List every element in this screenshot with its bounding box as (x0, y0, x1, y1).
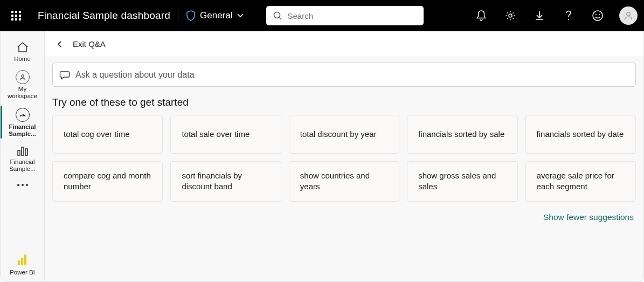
exit-qna-label[interactable]: Exit Q&A (73, 39, 106, 49)
person-icon (623, 10, 634, 21)
home-icon (16, 41, 29, 54)
suggestions-grid: total cog over time total sale over time… (52, 115, 636, 202)
suggestion-card[interactable]: show gross sales and sales (407, 161, 517, 202)
notifications-button[interactable] (469, 4, 493, 27)
svg-rect-11 (22, 147, 24, 155)
search-input[interactable] (288, 11, 417, 20)
app-launcher-button[interactable] (6, 6, 26, 25)
search-icon (273, 11, 282, 20)
suggestion-card[interactable]: total discount by year (289, 115, 399, 154)
download-button[interactable] (528, 4, 551, 27)
suggestion-card[interactable]: total cog over time (52, 115, 163, 154)
nav-bottom: Power BI (1, 250, 45, 281)
nav-powerbi-label: Power BI (10, 269, 35, 276)
feedback-button[interactable] (586, 4, 610, 27)
gauge-icon (16, 108, 30, 122)
nav-financial-sample-dashboard-label: FinancialSample... (9, 123, 36, 137)
help-icon (565, 10, 572, 21)
svg-point-3 (568, 19, 569, 20)
bar-chart-icon (16, 145, 29, 157)
qna-input[interactable] (75, 70, 629, 80)
suggestion-card[interactable]: compare cog and month number (52, 161, 163, 202)
content: Try one of these to get started total co… (45, 57, 643, 222)
search-box[interactable] (266, 6, 424, 25)
sensitivity-dropdown[interactable]: General (186, 10, 243, 21)
settings-button[interactable] (498, 4, 522, 27)
chevron-left-icon (56, 40, 64, 48)
download-icon (534, 10, 545, 21)
svg-point-0 (274, 12, 280, 18)
top-bar: Financial Sample dashboard General (0, 0, 644, 31)
nav-my-workspace[interactable]: Myworkspace (1, 66, 45, 103)
account-avatar[interactable] (619, 6, 638, 25)
nav-my-workspace-label: Myworkspace (8, 86, 37, 100)
svg-point-2 (509, 14, 512, 17)
nav-financial-sample-report-label: FinancialSample... (9, 159, 36, 173)
qna-input-box[interactable] (52, 63, 636, 87)
search-container (266, 6, 424, 25)
svg-point-6 (599, 14, 600, 15)
svg-rect-10 (18, 150, 20, 155)
divider (178, 9, 178, 22)
nav-financial-sample-dashboard[interactable]: FinancialSample... (1, 104, 45, 141)
main: Exit Q&A Try one of these to get started… (45, 31, 643, 281)
svg-line-1 (279, 17, 281, 19)
try-title: Try one of these to get started (52, 97, 636, 108)
gear-icon (504, 10, 516, 22)
left-nav: Home Myworkspace FinancialSample... (1, 31, 45, 281)
waffle-icon (11, 11, 21, 20)
nav-financial-sample-report[interactable]: FinancialSample... (1, 141, 45, 176)
chevron-down-icon (237, 13, 244, 18)
svg-point-7 (627, 12, 630, 16)
suggestion-card[interactable]: total sale over time (170, 115, 281, 154)
nav-home[interactable]: Home (1, 37, 45, 66)
show-fewer-suggestions-link[interactable]: Show fewer suggestions (52, 212, 634, 222)
suggestion-card[interactable]: financials sorted by date (525, 115, 636, 154)
powerbi-icon (18, 255, 27, 265)
nav-home-label: Home (14, 56, 31, 63)
back-button[interactable] (52, 37, 67, 52)
top-actions (469, 4, 638, 27)
svg-point-4 (593, 11, 603, 20)
body: Home Myworkspace FinancialSample... (0, 31, 644, 282)
dashboard-title: Financial Sample dashboard (38, 10, 170, 22)
chat-icon (59, 70, 70, 80)
qna-header: Exit Q&A (45, 31, 643, 57)
nav-powerbi[interactable]: Power BI (1, 250, 45, 276)
smiley-icon (592, 10, 604, 22)
suggestion-card[interactable]: financials sorted by sale (407, 115, 517, 154)
person-circle-icon (16, 70, 30, 84)
nav-more-button[interactable] (17, 176, 28, 194)
suggestion-card[interactable]: sort financials by discount band (170, 161, 281, 202)
sensitivity-label: General (200, 10, 232, 21)
suggestion-card[interactable]: average sale price for each segment (525, 161, 636, 202)
bell-icon (476, 10, 487, 22)
shield-icon (186, 10, 196, 21)
svg-rect-12 (25, 149, 27, 155)
svg-point-5 (595, 14, 597, 15)
help-button[interactable] (557, 4, 580, 27)
suggestion-card[interactable]: show countries and years (289, 161, 399, 202)
svg-point-8 (21, 75, 24, 78)
